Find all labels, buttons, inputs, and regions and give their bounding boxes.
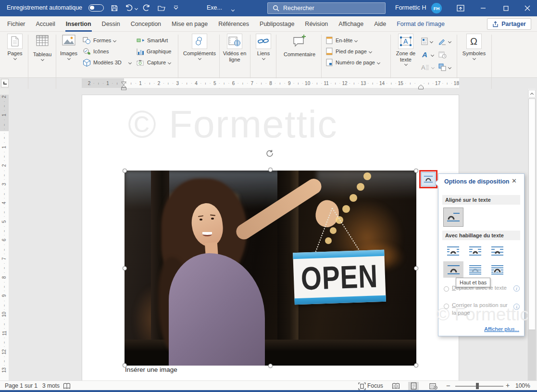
close-icon[interactable]: ✕ — [512, 177, 517, 184]
open-folder-icon[interactable] — [157, 4, 166, 12]
wrap-in-front-button[interactable] — [487, 263, 507, 276]
search-box[interactable]: Rechercher — [267, 2, 386, 14]
proofing-icon[interactable] — [62, 382, 72, 390]
read-mode-icon[interactable] — [390, 382, 401, 390]
ribbon-tab[interactable]: Mise en page — [166, 16, 213, 32]
share-button[interactable]: Partager — [487, 18, 531, 30]
resize-handle-bottom-middle[interactable] — [268, 364, 273, 368]
links-button[interactable]: Liens — [252, 34, 275, 60]
vertical-ruler[interactable]: 2·ı·1·ı· ·ı·1·ı·2·ı·3·ı·4·ı·5·ı·6·ı·7·ı·… — [0, 89, 9, 380]
zoom-slider-track[interactable] — [455, 386, 503, 387]
ribbon-tab[interactable]: Fichier — [2, 16, 31, 32]
save-icon[interactable] — [110, 4, 119, 12]
fix-position-radio[interactable] — [444, 304, 449, 309]
ribbon-tab[interactable]: Format de l'image — [391, 16, 450, 32]
close-button[interactable] — [518, 0, 537, 16]
resize-handle-top-left[interactable] — [123, 169, 127, 173]
inserted-photo[interactable]: OPEN — [125, 171, 416, 366]
redo-icon[interactable] — [141, 4, 151, 12]
resize-handle-middle-left[interactable] — [123, 266, 127, 270]
wrap-square-button[interactable] — [443, 244, 462, 257]
comment-button[interactable]: Commentaire — [279, 34, 320, 58]
tab-selector[interactable] — [1, 79, 9, 87]
zoom-slider-thumb[interactable] — [476, 383, 479, 389]
quick-access-chevron-icon[interactable] — [171, 4, 181, 12]
wrap-inline-button[interactable] — [443, 208, 463, 227]
resize-handle-bottom-right[interactable] — [414, 363, 418, 368]
resize-handle-top-middle[interactable] — [268, 168, 273, 172]
print-layout-icon[interactable] — [408, 382, 419, 390]
text-box-button[interactable]: A Zone de texte — [392, 34, 419, 65]
autosave-toggle[interactable] — [88, 4, 104, 12]
header-button[interactable]: En-tête — [326, 36, 357, 45]
symbols-button[interactable]: Ω Symboles — [459, 34, 489, 60]
zoom-level[interactable]: 100% — [515, 382, 530, 389]
ribbon-tab[interactable]: Conception — [125, 16, 166, 32]
quick-parts-button[interactable] — [421, 37, 433, 46]
wrap-through-button[interactable] — [487, 244, 507, 257]
document-title[interactable]: Exe... — [207, 4, 222, 11]
scroll-up-icon[interactable] — [528, 90, 536, 98]
layout-options-button[interactable] — [421, 172, 436, 186]
user-name[interactable]: Formettic H — [395, 4, 426, 11]
smartart-button[interactable]: SmartArt — [137, 36, 168, 45]
ribbon-tab[interactable]: Publipostage — [254, 16, 300, 32]
icons-button[interactable]: Icônes — [83, 47, 109, 56]
ribbon-tab[interactable]: Dessin — [97, 16, 125, 32]
see-more-link[interactable]: Afficher plus... — [484, 326, 519, 332]
zoom-out-icon[interactable]: − — [446, 381, 450, 390]
3d-models-button[interactable]: Modèles 3D — [83, 58, 140, 67]
move-with-text-radio[interactable] — [444, 286, 449, 292]
online-videos-button[interactable]: Vidéos en ligne — [221, 34, 248, 62]
addins-button[interactable]: Compléments — [181, 34, 218, 60]
focus-icon[interactable] — [357, 382, 367, 390]
vertical-scrollbar[interactable] — [527, 89, 536, 380]
wrap-behind-text-button[interactable] — [465, 263, 485, 276]
horizontal-ruler[interactable]: 2·ı·1·ı· ·ı·1·ı·2·ı·3·ı·4·ı·5·ı·6·ı·7·ı·… — [82, 78, 459, 88]
wrap-top-bottom-button[interactable] — [443, 261, 463, 278]
fix-position-label[interactable]: Corriger la position sur la page — [452, 302, 509, 317]
drop-cap-button[interactable]: A — [421, 62, 434, 72]
minimize-button[interactable] — [474, 0, 493, 16]
page-number-button[interactable]: Numéro de page — [326, 58, 380, 67]
info-icon[interactable]: i — [513, 285, 520, 292]
avatar[interactable]: FH — [431, 3, 442, 13]
resize-handle-top-right[interactable] — [414, 169, 418, 173]
signature-line-button[interactable] — [438, 37, 451, 46]
rotation-handle[interactable] — [265, 149, 274, 159]
wordart-button[interactable]: A — [421, 50, 434, 60]
right-indent-marker[interactable] — [418, 83, 424, 91]
document-title-chevron-icon[interactable] — [228, 5, 237, 14]
scrollbar-thumb[interactable] — [528, 98, 536, 330]
image-caption[interactable]: Insérer une image — [125, 366, 177, 373]
ribbon-tab[interactable]: Accueil — [31, 16, 61, 32]
date-time-button[interactable] — [438, 50, 447, 60]
page-indicator[interactable]: Page 1 sur 1 — [5, 382, 37, 389]
undo-chevron-icon[interactable] — [134, 4, 138, 12]
chart-button[interactable]: Graphique — [137, 47, 171, 56]
ribbon-tab[interactable]: Références — [213, 16, 254, 32]
info-icon[interactable]: i — [513, 304, 520, 310]
hanging-indent-marker[interactable] — [121, 84, 126, 92]
object-button[interactable] — [438, 62, 451, 72]
maximize-button[interactable] — [496, 0, 515, 16]
undo-icon[interactable] — [124, 4, 134, 12]
ribbon-tab[interactable]: Affichage — [333, 16, 369, 32]
ribbon-tab[interactable]: Aide — [369, 16, 391, 32]
shapes-button[interactable]: Formes — [83, 36, 116, 45]
focus-label[interactable]: Focus — [367, 382, 383, 389]
ribbon-tab[interactable]: Insertion — [61, 16, 97, 32]
web-layout-icon[interactable] — [428, 382, 438, 390]
resize-handle-bottom-left[interactable] — [123, 363, 127, 368]
images-button[interactable]: Images — [58, 34, 80, 60]
word-count[interactable]: 3 mots — [42, 382, 60, 389]
wrap-tight-button[interactable] — [465, 244, 485, 257]
pages-button[interactable]: Pages — [3, 34, 27, 60]
screenshot-button[interactable]: Capture — [137, 58, 171, 67]
resize-handle-middle-right[interactable] — [414, 266, 418, 270]
ribbon-tab[interactable]: Révision — [300, 16, 333, 32]
ribbon-display-options-icon[interactable] — [451, 0, 470, 16]
zoom-in-icon[interactable]: + — [506, 381, 510, 389]
table-button[interactable]: Tableau — [30, 34, 55, 61]
footer-button[interactable]: Pied de page — [326, 47, 372, 56]
